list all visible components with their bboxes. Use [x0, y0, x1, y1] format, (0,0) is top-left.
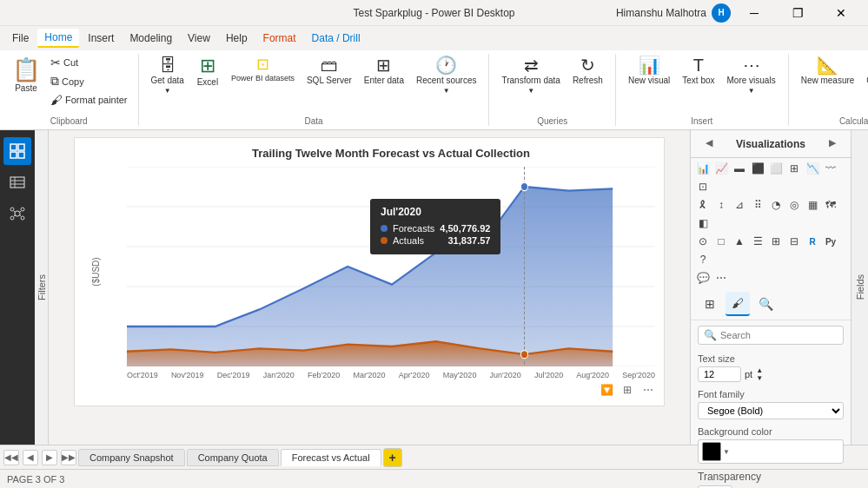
refresh-button[interactable]: ↻ Refresh [567, 54, 608, 88]
viz-line-col[interactable]: ⊡ [694, 178, 712, 195]
panel-nav-left[interactable]: ◀ [691, 130, 727, 157]
viz-smart-narrative[interactable]: 💬 [694, 269, 712, 287]
filter-chart-button[interactable]: 🔽 [598, 381, 615, 399]
data-content: 🗄 Get data ▼ ⊞ Excel ⊡ Power BI datasets… [146, 54, 482, 113]
recent-sources-button[interactable]: 🕐 Recent sources ▼ [411, 54, 481, 97]
viz-kpi[interactable]: ▲ [731, 233, 748, 250]
panel-nav-right[interactable]: ▶ [814, 130, 851, 157]
menu-home[interactable]: Home [37, 29, 79, 48]
format-sub-tab[interactable]: 🖌 [726, 292, 750, 316]
viz-table[interactable]: ⊞ [767, 233, 785, 250]
menu-file[interactable]: File [5, 30, 36, 47]
maximize-button[interactable]: ❐ [778, 0, 818, 26]
font-family-select[interactable]: Segoe (Bold) [698, 402, 844, 419]
text-size-down[interactable]: ▼ [756, 375, 763, 382]
format-painter-button[interactable]: 🖌 Format painter [47, 91, 131, 109]
cut-button[interactable]: ✂ Cut [47, 54, 131, 71]
viz-card[interactable]: □ [712, 233, 730, 250]
svg-line-13 [14, 211, 15, 212]
viz-map[interactable]: 🗺 [822, 196, 839, 214]
new-visual-button[interactable]: 📊 New visual [623, 54, 675, 88]
paste-button[interactable]: 📋 Paste [7, 54, 45, 109]
viz-qa[interactable]: ? [694, 251, 712, 268]
viz-scatter[interactable]: ⠿ [749, 196, 766, 214]
fields-sub-tab[interactable]: ⊞ [698, 292, 722, 316]
menu-view[interactable]: View [181, 30, 217, 47]
tab-scroll-left[interactable]: ◀◀ [3, 450, 19, 465]
add-page-button[interactable]: + [383, 448, 402, 467]
analytics-sub-tab[interactable]: 🔍 [753, 292, 778, 316]
viz-filled-map[interactable]: ◧ [694, 214, 712, 232]
quick-measure-button[interactable]: ⚡ Quick measure [861, 54, 868, 88]
viz-funnel[interactable]: ⊿ [731, 196, 748, 214]
viz-waterfall[interactable]: ↕ [712, 196, 730, 214]
viz-pie[interactable]: ◔ [767, 196, 785, 214]
new-measure-icon: 📐 [817, 56, 838, 74]
chart-container[interactable]: Trailing Twelve Month Forecast vs Actual… [74, 137, 665, 406]
excel-button[interactable]: ⊞ Excel [191, 54, 224, 89]
viz-line[interactable]: 📉 [804, 160, 821, 177]
viz-r-visual[interactable]: R [804, 233, 821, 250]
menu-insert[interactable]: Insert [81, 30, 121, 47]
text-box-button[interactable]: T Text box [677, 54, 719, 88]
viz-clustered-col[interactable]: ⬜ [767, 160, 785, 177]
transform-button[interactable]: ⇄ Transform data ▼ [496, 54, 565, 97]
transform-label: Transform data [501, 76, 560, 85]
refresh-icon: ↻ [580, 56, 595, 74]
tab-scroll-right[interactable]: ▶▶ [61, 450, 76, 465]
viz-stacked-bar[interactable]: 📊 [694, 160, 712, 177]
bg-color-button[interactable]: ▼ [698, 439, 844, 464]
viz-clustered-bar[interactable]: 📈 [712, 160, 730, 177]
viz-treemap[interactable]: ▦ [804, 196, 821, 214]
viz-python[interactable]: Py [822, 233, 839, 250]
report-view-icon[interactable] [3, 137, 31, 165]
search-input[interactable] [720, 330, 840, 340]
viz-more[interactable]: ⋯ [712, 269, 730, 287]
expand-chart-button[interactable]: ⊞ [619, 381, 636, 399]
enter-data-button[interactable]: ⊞ Enter data [359, 54, 409, 88]
menu-help[interactable]: Help [219, 30, 255, 47]
viz-gauge[interactable]: ⊙ [694, 233, 712, 250]
viz-matrix[interactable]: ⊟ [785, 233, 803, 250]
close-button[interactable]: ✕ [821, 0, 861, 26]
viz-100-stacked-col[interactable]: ⊞ [785, 160, 803, 177]
chart-title: Trailing Twelve Month Forecast vs Actual… [127, 147, 655, 160]
tab-prev[interactable]: ◀ [23, 450, 38, 465]
menu-format[interactable]: Format [256, 30, 303, 47]
tooltip-actuals-row: Actuals 31,837.57 [381, 235, 490, 246]
powerbi-datasets-button[interactable]: ⊡ Power BI datasets [226, 54, 300, 85]
model-view-icon[interactable] [3, 200, 31, 228]
tab-company-quota[interactable]: Company Quota [187, 449, 279, 466]
text-size-up[interactable]: ▲ [756, 367, 763, 374]
search-bar[interactable]: 🔍 [698, 326, 844, 345]
more-options-button[interactable]: ⋯ [639, 381, 657, 399]
text-size-input[interactable] [698, 366, 741, 382]
fields-panel-toggle[interactable]: Fields [851, 130, 868, 445]
svg-rect-1 [18, 144, 24, 150]
filters-panel-toggle[interactable]: Filters [35, 130, 49, 445]
viz-donut[interactable]: ◎ [785, 196, 803, 214]
data-view-icon[interactable] [3, 168, 31, 196]
y-axis-label: ($USD) [91, 257, 101, 286]
sql-server-button[interactable]: 🗃 SQL Server [301, 54, 357, 88]
minimize-button[interactable]: ─ [734, 0, 774, 26]
user-area: Himanshu Malhotra H [616, 3, 731, 23]
more-visuals-button[interactable]: ⋯ More visuals ▼ [722, 54, 781, 97]
tab-next[interactable]: ▶ [42, 450, 57, 465]
text-size-control: pt ▲ ▼ [698, 366, 844, 382]
get-data-button[interactable]: 🗄 Get data ▼ [146, 54, 189, 97]
canvas-area: Trailing Twelve Month Forecast vs Actual… [49, 130, 690, 445]
viz-area[interactable]: 〰 [822, 160, 839, 177]
actuals-label: Actuals [393, 235, 442, 246]
copy-button[interactable]: ⧉ Copy [47, 72, 131, 90]
tab-company-snapshot[interactable]: Company Snapshot [78, 449, 185, 466]
new-measure-button[interactable]: 📐 New measure [796, 54, 860, 88]
tab-forecast-actual[interactable]: Forecast vs Actual [281, 449, 381, 466]
menu-modeling[interactable]: Modeling [123, 30, 179, 47]
visualizations-title: Visualizations [727, 130, 815, 157]
viz-stacked-col[interactable]: ⬛ [749, 160, 766, 177]
viz-100-stacked-bar[interactable]: ▬ [731, 160, 748, 177]
viz-slicer[interactable]: ☰ [749, 233, 766, 250]
menu-data-drill[interactable]: Data / Drill [305, 30, 368, 47]
viz-ribbon[interactable]: 🎗 [694, 196, 712, 214]
